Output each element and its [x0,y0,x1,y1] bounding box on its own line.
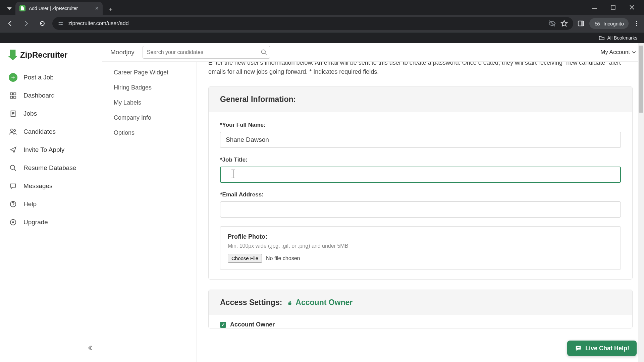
svg-rect-1 [611,5,615,9]
svg-point-10 [636,21,637,22]
sidebar-item-invite[interactable]: Invite To Apply [0,141,102,159]
bookmarks-bar: All Bookmarks [0,32,644,43]
minimize-icon[interactable] [589,2,600,13]
svg-line-24 [14,169,16,171]
browser-chrome: Add User | ZipRecruiter × + ziprecruiter… [0,0,644,43]
search-input[interactable] [143,46,270,59]
bookmark-star-icon[interactable] [560,20,568,27]
access-settings-title: Access Settings: [220,298,282,307]
svg-point-21 [11,129,13,131]
incognito-badge[interactable]: Incognito [589,18,629,29]
svg-point-29 [261,50,265,54]
sidebar-item-candidates[interactable]: Candidates [0,123,102,141]
submenu-options[interactable]: Options [109,125,190,140]
message-icon [9,182,17,190]
candidate-search [143,46,270,59]
email-input[interactable] [220,201,621,218]
maximize-icon[interactable] [608,2,619,13]
live-chat-label: Live Chat Help! [585,345,629,352]
chevron-down-icon [632,50,636,54]
email-label: *Email Address: [220,191,621,198]
submenu-my-labels[interactable]: My Labels [109,95,190,110]
new-tab-button[interactable]: + [105,4,116,15]
file-status-text: No file chosen [266,255,300,261]
submenu-career-page-widget[interactable]: Career Page Widget [109,65,190,80]
full-name-label: *Your Full Name: [220,122,621,128]
main-content: Enter the new user's information below. … [197,62,644,362]
search-icon[interactable] [261,49,267,56]
intro-text: Enter the new user's information below. … [208,62,633,76]
my-account-menu[interactable]: My Account [600,49,636,56]
primary-sidebar: ZipRecruiter + Post a Job Dashboard Jobs… [0,43,102,362]
unlock-icon [287,300,293,306]
access-settings-header: Access Settings: Account Owner [209,290,632,315]
back-button[interactable] [4,17,16,29]
page-body: ZipRecruiter + Post a Job Dashboard Jobs… [0,43,644,362]
sidebar-item-messages[interactable]: Messages [0,177,102,195]
site-settings-icon[interactable] [58,20,64,26]
job-title-input[interactable] [220,167,621,183]
secondary-sidebar: Career Page Widget Hiring Badges My Labe… [102,62,197,362]
email-field: *Email Address: [220,191,621,218]
profile-photo-title: Profile Photo: [228,233,613,240]
help-icon [9,200,17,208]
content-wrap: Moodjoy My Account Career Page Widget Hi… [102,43,644,362]
window-controls [589,2,644,13]
general-info-header: General Information: [209,87,632,112]
url-bar[interactable]: ziprecruiter.com/user/add [52,17,573,30]
my-account-label: My Account [600,49,630,56]
paper-plane-icon [9,145,17,154]
full-name-field: *Your Full Name: [220,122,621,148]
svg-point-23 [10,165,15,170]
incognito-icon [594,20,601,27]
sidebar-item-help[interactable]: Help [0,195,102,213]
browser-tab-active[interactable]: Add User | ZipRecruiter × [15,2,103,15]
browser-toolbar: ziprecruiter.com/user/add Incognito [0,15,644,32]
sidebar-item-post-a-job[interactable]: + Post a Job [0,68,102,86]
logo-text: ZipRecruiter [20,50,67,60]
profile-photo-hint: Min. 100px wide (.jpg, .gif, or .png) an… [228,243,613,249]
dashboard-icon [9,91,17,100]
submenu-hiring-badges[interactable]: Hiring Badges [109,80,190,95]
account-owner-checkbox-row[interactable]: ✓ Account Owner [220,321,621,328]
logo[interactable]: ZipRecruiter [0,50,102,68]
eye-off-icon[interactable] [548,20,556,27]
svg-rect-7 [581,21,584,26]
svg-point-4 [59,22,61,23]
live-chat-button[interactable]: Live Chat Help! [567,341,637,356]
forward-button[interactable] [20,17,32,29]
svg-point-8 [595,23,597,25]
people-icon [9,127,17,136]
folder-icon [599,35,605,41]
svg-point-11 [636,23,637,24]
collapse-sidebar-button[interactable] [0,341,102,355]
tab-search-dropdown[interactable] [3,3,15,15]
svg-line-30 [265,53,266,55]
submenu-company-info[interactable]: Company Info [109,110,190,125]
workspace-name[interactable]: Moodjoy [110,49,135,56]
page-scrollbar[interactable] [638,43,644,362]
menu-icon[interactable] [633,20,640,27]
choose-file-button[interactable]: Choose File [228,254,262,263]
reload-button[interactable] [36,17,48,29]
scrollbar-thumb[interactable] [639,46,643,113]
close-window-icon[interactable] [627,2,637,13]
svg-point-5 [61,24,62,25]
checkbox-checked-icon[interactable]: ✓ [220,322,226,328]
sidebar-item-upgrade[interactable]: Upgrade [0,213,102,231]
sidebar-item-dashboard[interactable]: Dashboard [0,86,102,105]
owner-badge-label: Account Owner [296,298,353,307]
full-name-input[interactable] [220,132,621,148]
tab-close-icon[interactable]: × [95,5,99,12]
sidebar-item-resume-db[interactable]: Resume Database [0,159,102,177]
sidebar-item-label: Invite To Apply [23,146,64,154]
url-text: ziprecruiter.com/user/add [68,20,544,26]
sidebar-item-label: Post a Job [23,74,54,81]
svg-rect-14 [14,93,16,95]
sidebar-item-jobs[interactable]: Jobs [0,105,102,123]
sidebar-item-label: Dashboard [23,92,55,99]
all-bookmarks-link[interactable]: All Bookmarks [607,35,637,41]
access-settings-panel: Access Settings: Account Owner ✓ Account… [208,290,633,328]
side-panel-icon[interactable] [577,20,585,27]
svg-rect-15 [10,96,12,98]
